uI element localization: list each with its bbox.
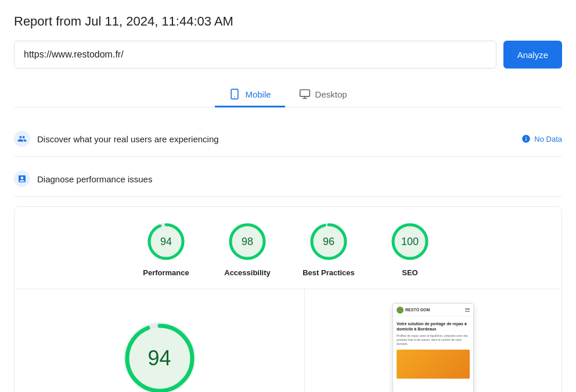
mockup-headline: Votre solution de portage de repas à dom… [397,321,470,332]
mockup-logo-icon [397,307,404,314]
tab-desktop-label: Desktop [315,89,347,99]
mockup-menu-icon [465,308,470,312]
performance-label: Performance [143,268,189,277]
mockup-logo-text: RESTÓ DOM [405,308,430,312]
tab-desktop[interactable]: Desktop [285,82,361,107]
info-icon [521,134,531,143]
mockup-logo: RESTÓ DOM [397,307,430,314]
performance-value: 94 [160,236,172,248]
performance-circle: 94 [145,221,187,262]
mobile-icon [229,88,240,100]
diagnose-title: Diagnose performance issues [37,174,152,184]
real-users-icon [14,131,30,147]
seo-value: 100 [401,236,419,248]
svg-rect-2 [300,90,309,97]
no-data-label: No Data [534,135,562,143]
diagnose-left: Diagnose performance issues [14,171,152,187]
real-users-title: Discover what your real users are experi… [37,134,219,144]
best-practices-value: 96 [323,236,334,248]
preview-section: 94 RESTÓ DOM Votre soluti [15,289,561,392]
accessibility-value: 98 [242,236,253,248]
score-best-practices[interactable]: 96 Best Practices [288,221,369,277]
score-accessibility[interactable]: 98 Accessibility [207,221,288,277]
website-preview-area: RESTÓ DOM Votre solution de portage de r… [305,289,561,392]
tab-mobile[interactable]: Mobile [215,82,285,107]
tab-mobile-label: Mobile [245,89,271,99]
scores-card: 94 Performance 98 Accessibility [14,206,562,392]
no-data-badge[interactable]: No Data [521,134,562,143]
people-icon [17,134,27,143]
mockup-content: Votre solution de portage de repas à dom… [393,317,473,379]
accessibility-circle: 98 [226,221,268,262]
report-title: Report from Jul 11, 2024, 11:44:03 AM [14,14,562,29]
mockup-body: Profitez de repas sains et équilibrés, p… [397,334,470,346]
score-performance[interactable]: 94 Performance [125,221,207,277]
seo-label: SEO [402,268,417,277]
analyze-button[interactable]: Analyze [503,41,562,69]
url-input[interactable] [14,41,496,69]
real-users-section: Discover what your real users are experi… [14,121,562,157]
website-mockup: RESTÓ DOM Votre solution de portage de r… [393,303,474,392]
large-score-area: 94 [15,289,305,392]
chart-icon [17,174,27,184]
diagnose-icon [14,171,30,187]
large-score-circle: 94 [119,318,200,392]
best-practices-circle: 96 [308,221,350,262]
mockup-orange-block [397,350,470,379]
desktop-icon [299,88,311,100]
score-seo[interactable]: 100 SEO [369,221,451,277]
url-bar-row: Analyze [14,41,562,69]
accessibility-label: Accessibility [224,268,271,277]
mockup-header: RESTÓ DOM [393,304,473,317]
real-users-left: Discover what your real users are experi… [14,131,219,147]
large-score-value: 94 [147,346,171,371]
diagnose-section-header: Diagnose performance issues [14,161,562,197]
seo-circle: 100 [389,221,431,262]
scores-row: 94 Performance 98 Accessibility [15,221,561,289]
device-tabs: Mobile Desktop [14,82,562,107]
best-practices-label: Best Practices [303,268,355,277]
